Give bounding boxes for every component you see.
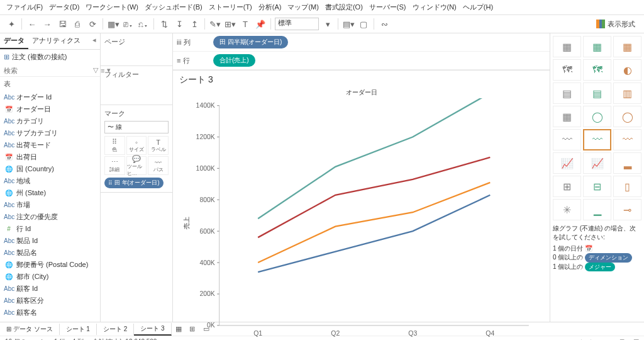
menu-map[interactable]: マップ(M) — [285, 1, 321, 13]
field-item[interactable]: Abc顧客 Id — [0, 283, 100, 295]
field-item[interactable]: Abcサブカテゴリ — [0, 127, 100, 139]
showme-thumb[interactable]: ▦ — [553, 36, 581, 57]
search-input[interactable] — [4, 67, 91, 74]
sheet-tab-1[interactable]: シート 1 — [60, 324, 97, 335]
menu-analysis[interactable]: 分析(A) — [256, 1, 284, 13]
show-me-button[interactable]: 表示形式 — [592, 18, 639, 30]
tableau-logo-icon[interactable]: ✦ — [5, 18, 18, 30]
showme-thumb[interactable]: ◯ — [583, 106, 611, 127]
field-item[interactable]: 🌐都市 (City) — [0, 271, 100, 283]
mark-button[interactable]: ⠿色 — [104, 136, 125, 155]
field-item[interactable]: Abcオーダー Id — [0, 91, 100, 103]
menu-data[interactable]: データ(D) — [47, 1, 82, 13]
mark-button[interactable]: Tラベル — [148, 136, 169, 155]
mark-button[interactable]: ◦サイズ — [126, 136, 147, 155]
swap-icon[interactable]: ⇅ — [158, 18, 170, 30]
showme-thumb[interactable]: ▦ — [613, 36, 641, 57]
field-item[interactable]: Abc製品名 — [0, 247, 100, 259]
pin-icon[interactable]: 📌 — [254, 18, 267, 30]
field-item[interactable]: Abcカテゴリ — [0, 115, 100, 127]
showme-thumb[interactable]: ◐ — [613, 59, 641, 81]
sheet-tab-2[interactable]: シート 2 — [97, 324, 134, 335]
mark-button[interactable]: ⋯詳細 — [104, 156, 125, 175]
sort-desc-icon[interactable]: ↥ — [188, 18, 201, 30]
field-item[interactable]: 📅オーダー日 — [0, 103, 100, 115]
columns-pill[interactable]: 田 四半期(オーダー日) — [213, 36, 288, 48]
field-item[interactable]: Abc製品 Id — [0, 235, 100, 247]
fit-select[interactable]: 標準 — [275, 18, 319, 30]
undo-icon[interactable]: ← — [26, 18, 38, 30]
showme-thumb[interactable]: ▤ — [583, 82, 611, 104]
menu-file[interactable]: ファイル(F) — [4, 1, 45, 13]
menu-worksheet[interactable]: ワークシート(W) — [83, 1, 141, 13]
showme-thumb[interactable]: 〰 — [583, 129, 611, 150]
field-item[interactable]: #行 Id — [0, 223, 100, 235]
showme-thumb[interactable]: ◯ — [613, 106, 641, 127]
mark-type-select[interactable]: 〜 線 — [104, 121, 169, 133]
sort-asc-icon[interactable]: ↧ — [173, 18, 186, 30]
chart-area[interactable]: 売上 0K200K400K600K800K1000K1200K1400KQ1Q2… — [179, 98, 543, 340]
filter-icon[interactable]: ▽ — [93, 66, 98, 74]
highlight-icon[interactable]: ✎▾ — [209, 18, 221, 30]
datasource-item[interactable]: ⊞ 注文 (複数の接続) — [0, 50, 100, 64]
field-item[interactable]: 🌐国 (Country) — [0, 163, 100, 175]
showme-thumb[interactable]: ✳ — [553, 199, 581, 220]
duplicate-icon[interactable]: ⎚▾ — [122, 18, 135, 30]
showme-thumb[interactable]: 🗺 — [553, 59, 581, 81]
menu-story[interactable]: ストーリー(T) — [206, 1, 255, 13]
field-list[interactable]: Abcオーダー Id📅オーダー日AbcカテゴリAbcサブカテゴリAbc出荷モード… — [0, 91, 100, 322]
field-item[interactable]: Abcメジャー ネーム — [0, 319, 100, 322]
showme-thumb[interactable]: 🗺 — [583, 59, 611, 81]
showme-thumb[interactable]: ▦ — [553, 106, 581, 127]
labels-icon[interactable]: T — [239, 18, 252, 30]
tab-data[interactable]: データ — [0, 33, 28, 49]
show-cards-icon[interactable]: ▤▾ — [342, 18, 355, 30]
group-icon[interactable]: ⊞▾ — [224, 18, 236, 30]
new-data-icon[interactable]: ⎙ — [71, 18, 84, 30]
menu-help[interactable]: ヘルプ(H) — [460, 1, 496, 13]
share-icon[interactable]: ∾ — [378, 18, 391, 30]
field-item[interactable]: Abc市場 — [0, 199, 100, 211]
menu-window[interactable]: ウィンドウ(N) — [410, 1, 459, 13]
redo-icon[interactable]: → — [41, 18, 53, 30]
field-item[interactable]: Abc出荷モード — [0, 139, 100, 151]
showme-thumb[interactable]: 📈 — [583, 152, 611, 174]
color-pill[interactable]: ⠿ 田 年(オーダー日) — [104, 178, 164, 188]
showme-thumb[interactable]: ⊟ — [583, 176, 611, 197]
field-item[interactable]: Abc顧客名 — [0, 307, 100, 319]
showme-thumb[interactable]: ▤ — [553, 82, 581, 104]
sheet-tab-3[interactable]: シート 3 — [134, 323, 171, 336]
data-source-tab[interactable]: ⊞ データ ソース — [0, 324, 60, 335]
sheet-title[interactable]: シート 3 — [179, 74, 543, 86]
new-worksheet-icon[interactable]: ▦▾ — [107, 18, 119, 30]
field-item[interactable]: 🌐州 (State) — [0, 187, 100, 199]
fit-dropdown-icon[interactable]: ▾ — [321, 18, 334, 30]
tab-analytics[interactable]: アナリティクス — [28, 33, 84, 49]
showme-thumb[interactable]: 📈 — [553, 152, 581, 174]
save-icon[interactable]: 🖫 — [56, 18, 69, 30]
rows-pill[interactable]: 合計(売上) — [213, 54, 255, 67]
showme-thumb[interactable]: 〰 — [613, 129, 641, 150]
mark-button[interactable]: 💬ツールヒ… — [126, 156, 147, 175]
refresh-icon[interactable]: ⟳ — [86, 18, 99, 30]
field-item[interactable]: 🌐郵便番号 (Postal Code) — [0, 259, 100, 271]
showme-thumb[interactable]: ▯ — [613, 176, 641, 197]
presentation-icon[interactable]: ▢ — [357, 18, 370, 30]
clear-icon[interactable]: ⎌▾ — [137, 18, 150, 30]
menu-format[interactable]: 書式設定(O) — [323, 1, 365, 13]
menu-server[interactable]: サーバー(S) — [367, 1, 409, 13]
showme-thumb[interactable]: ▦ — [583, 36, 611, 57]
showme-thumb[interactable]: ▁ — [583, 199, 611, 220]
menu-dashboard[interactable]: ダッシュボード(B) — [142, 1, 205, 13]
field-item[interactable]: Abc注文の優先度 — [0, 211, 100, 223]
showme-thumb[interactable]: ⊸ — [613, 199, 641, 220]
showme-thumb[interactable]: ▂ — [613, 152, 641, 174]
mark-button[interactable]: 〰パス — [148, 156, 169, 175]
field-item[interactable]: 📅出荷日 — [0, 151, 100, 163]
pane-collapse-icon[interactable]: ◂ — [89, 33, 100, 49]
field-item[interactable]: Abc顧客区分 — [0, 295, 100, 307]
field-item[interactable]: Abc地域 — [0, 175, 100, 187]
showme-thumb[interactable]: ▥ — [613, 82, 641, 104]
showme-thumb[interactable]: ⊞ — [553, 176, 581, 197]
showme-thumb[interactable]: 〰 — [553, 129, 581, 150]
